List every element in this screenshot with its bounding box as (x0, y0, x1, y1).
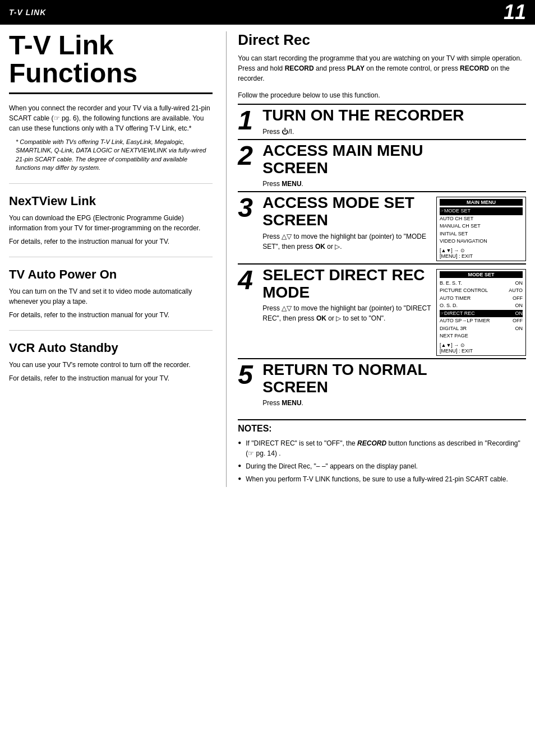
step-5-desc: Press MENU. (262, 398, 526, 408)
note-item-0: If "DIRECT REC" is set to "OFF", the REC… (238, 438, 526, 458)
step-3-panel-item-4: VIDEO NAVIGATION (440, 238, 523, 245)
section-title-nextview: NexTView Link (9, 194, 213, 208)
step-1-number: 1 (238, 107, 258, 137)
step-3-text-area: ACCESS MODE SETSCREEN Press △▽ to move t… (262, 194, 432, 261)
step-2-heading: ACCESS MAIN MENUSCREEN (262, 142, 526, 177)
step-4-panel-item-3: O. S. D.ON (440, 302, 523, 310)
step-4-content: SELECT DIRECT REC MODE Press △▽ to move … (262, 267, 526, 356)
step-5: 5 RETURN TO NORMALSCREEN Press MENU. (238, 358, 526, 411)
step-4-text-area: SELECT DIRECT REC MODE Press △▽ to move … (262, 267, 432, 356)
section-text-nextview-1: You can download the EPG (Electronic Pro… (9, 213, 213, 233)
step-2-number: 2 (238, 142, 258, 189)
step-3-number: 3 (238, 194, 258, 261)
step-3-heading: ACCESS MODE SETSCREEN (262, 194, 432, 229)
direct-rec-title: Direct Rec (238, 31, 526, 49)
follow-text: Follow the procedure below to use this f… (238, 91, 526, 99)
notes-title: NOTES: (238, 424, 526, 434)
step-2-desc: Press MENU. (262, 179, 526, 189)
step-2-content: ACCESS MAIN MENUSCREEN Press MENU. (262, 142, 526, 189)
step-5-content: RETURN TO NORMALSCREEN Press MENU. (262, 361, 526, 409)
section-text-tv-auto-2: For details, refer to the instruction ma… (9, 310, 213, 320)
main-title: T-V Link Functions (9, 31, 213, 94)
right-column: Direct Rec You can start recording the p… (226, 31, 526, 487)
step-5-number: 5 (238, 361, 258, 409)
step-2: 2 ACCESS MAIN MENUSCREEN Press MENU. (238, 139, 526, 192)
step-5-heading: RETURN TO NORMALSCREEN (262, 361, 526, 396)
step-3-desc: Press △▽ to move the highlight bar (poin… (262, 231, 432, 252)
step-4-heading: SELECT DIRECT REC MODE (262, 267, 432, 302)
divider-tv-auto (9, 257, 213, 257)
step-4-number: 4 (238, 267, 258, 356)
step-4-panel-item-2: AUTO TIMEROFF (440, 295, 523, 303)
intro-text: When you connect the recorder and your T… (9, 103, 213, 133)
step-3-panel-item-0: ☞MODE SET (440, 207, 523, 215)
step-4-desc: Press △▽ to move the highlight bar (poin… (262, 303, 432, 323)
step-4: 4 SELECT DIRECT REC MODE Press △▽ to mov… (238, 263, 526, 358)
section-text-tv-auto-1: You can turn on the TV and set it to vid… (9, 286, 213, 307)
step-4-panel-item-5: AUTO SP→LP TIMEROFF (440, 317, 523, 325)
step-1-heading: TURN ON THE RECORDER (262, 107, 526, 124)
divider-nextview (9, 183, 213, 184)
step-4-panel-item-0: B. E. S. T.ON (440, 280, 523, 287)
step-4-panel-nav: [▲▼] → ⊙[MENU] : EXIT (440, 342, 523, 354)
notes-list: If "DIRECT REC" is set to "OFF", the REC… (238, 438, 526, 484)
section-text-vcr-standby-1: You can use your TV's remote control to … (9, 360, 213, 370)
asterisk-note: * Compatible with TVs offering T-V Link,… (16, 138, 213, 173)
step-4-panel-item-6: DIGITAL 3RON (440, 325, 523, 333)
content-wrapper: T-V Link Functions When you connect the … (0, 31, 535, 487)
step-3-panel-item-1: AUTO CH SET (440, 215, 523, 223)
left-column: T-V Link Functions When you connect the … (9, 31, 226, 487)
step-3-panel: MAIN MENU ☞MODE SET AUTO CH SET MANUAL C… (436, 197, 526, 261)
page-header: T-V LINK 11 (0, 0, 535, 25)
notes-section: NOTES: If "DIRECT REC" is set to "OFF", … (238, 419, 526, 484)
step-3-panel-nav: [▲▼] → ⊙[MENU] : EXIT (440, 248, 523, 259)
step-1-desc: Press ⏻/I. (262, 127, 526, 137)
step-4-panel-title: MODE SET (440, 271, 523, 278)
step-1: 1 TURN ON THE RECORDER Press ⏻/I. (238, 104, 526, 139)
section-title-vcr-standby: VCR Auto Standby (9, 341, 213, 355)
step-1-content: TURN ON THE RECORDER Press ⏻/I. (262, 107, 526, 137)
section-text-nextview-2: For details, refer to the instruction ma… (9, 236, 213, 247)
step-3-content: ACCESS MODE SETSCREEN Press △▽ to move t… (262, 194, 526, 261)
section-text-vcr-standby-2: For details, refer to the instruction ma… (9, 373, 213, 383)
step-3-panel-item-3: INITIAL SET (440, 230, 523, 238)
step-3-panel-title: MAIN MENU (440, 199, 523, 206)
page-number: 11 (504, 2, 526, 22)
note-item-1: During the Direct Rec, "– –" appears on … (238, 461, 526, 471)
header-label: T-V LINK (9, 8, 46, 17)
section-title-tv-auto: TV Auto Power On (9, 267, 213, 282)
step-4-panel-item-1: PICTURE CONTROLAUTO (440, 287, 523, 295)
note-item-2: When you perform T-V LINK functions, be … (238, 474, 526, 484)
direct-rec-text: You can start recording the programme th… (238, 53, 526, 84)
step-4-panel-item-4: ☞DIRECT RECON (440, 310, 523, 318)
step-4-panel-item-7: NEXT PAGE (440, 332, 523, 340)
step-3-panel-item-2: MANUAL CH SET (440, 222, 523, 230)
divider-vcr-standby (9, 330, 213, 331)
step-3: 3 ACCESS MODE SETSCREEN Press △▽ to move… (238, 191, 526, 263)
step-4-panel: MODE SET B. E. S. T.ON PICTURE CONTROLAU… (436, 269, 526, 356)
